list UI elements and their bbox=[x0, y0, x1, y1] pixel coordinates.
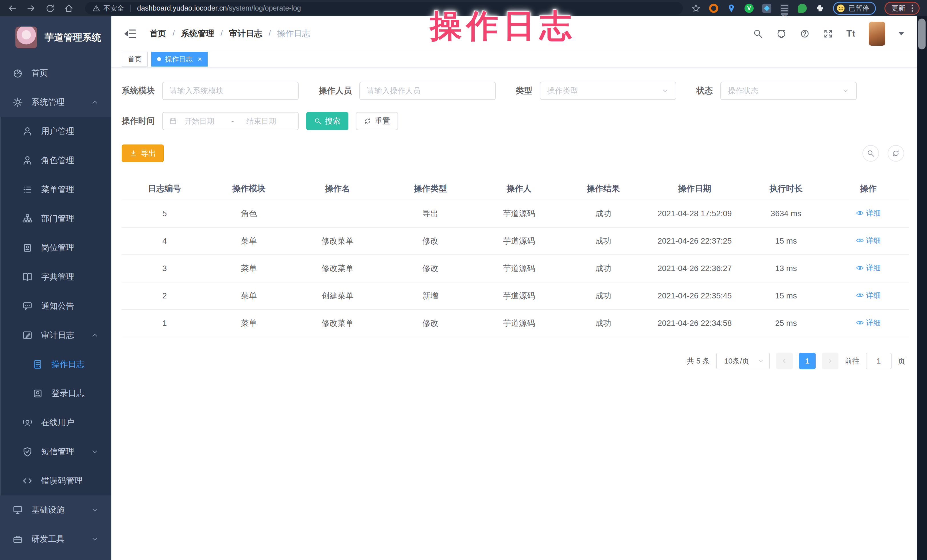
table-cell: 3634 ms bbox=[745, 200, 828, 227]
sidebar-item-label: 审计日志 bbox=[41, 329, 74, 341]
next-page-button[interactable] bbox=[822, 353, 839, 369]
table-row: 1菜单修改菜单修改芋道源码成功2021-04-26 22:34:5825 ms详… bbox=[122, 310, 909, 337]
extension-green-icon[interactable] bbox=[798, 4, 807, 13]
current-page-button[interactable]: 1 bbox=[799, 353, 816, 369]
prev-page-button[interactable] bbox=[776, 353, 793, 369]
extension-puzzle-icon[interactable] bbox=[815, 4, 824, 13]
help-icon[interactable] bbox=[799, 29, 810, 39]
sidebar-item-role[interactable]: 角色管理 bbox=[0, 146, 111, 175]
eye-icon bbox=[856, 209, 864, 217]
breadcrumb-system[interactable]: 系统管理 bbox=[181, 28, 214, 39]
page-size-select[interactable]: 10条/页 bbox=[716, 353, 770, 369]
bookmark-star-icon[interactable] bbox=[691, 4, 701, 13]
sidebar-item-user[interactable]: 用户管理 bbox=[0, 117, 111, 146]
detail-link[interactable]: 详细 bbox=[856, 208, 881, 218]
toggle-search-button[interactable] bbox=[862, 145, 879, 162]
user-avatar[interactable] bbox=[869, 22, 885, 46]
tag-close-icon[interactable]: × bbox=[198, 55, 202, 63]
type-placeholder: 操作类型 bbox=[547, 86, 578, 96]
extension-gem-icon[interactable] bbox=[762, 4, 771, 13]
extension-v-icon[interactable]: V bbox=[745, 4, 754, 13]
type-select[interactable]: 操作类型 bbox=[540, 82, 676, 100]
scrollbar-thumb[interactable] bbox=[918, 18, 925, 49]
chevron-down-icon bbox=[757, 358, 764, 364]
browser-toolbar: 不安全 dashboard.yudao.iocoder.cn /system/l… bbox=[0, 0, 927, 16]
sidebar-item-operate-log[interactable]: 操作日志 bbox=[0, 350, 111, 379]
sidebar-item-post[interactable]: 岗位管理 bbox=[0, 233, 111, 263]
detail-link[interactable]: 详细 bbox=[856, 263, 881, 273]
time-label: 操作时间 bbox=[122, 115, 155, 127]
profile-paused-button[interactable]: 已暂停 bbox=[833, 2, 876, 15]
page-size-value: 10条/页 bbox=[724, 356, 749, 366]
table-cell-actions: 详细 bbox=[827, 310, 909, 337]
sidebar-item-login-log[interactable]: 登录日志 bbox=[0, 379, 111, 408]
chevron-down-icon bbox=[842, 87, 849, 94]
sidebar-item-errcode[interactable]: 错误码管理 bbox=[0, 466, 111, 495]
sidebar-fold-icon[interactable] bbox=[124, 27, 137, 40]
sidebar-item-system[interactable]: 系统管理 bbox=[0, 88, 111, 117]
table-cell: 菜单 bbox=[208, 227, 290, 255]
search-button[interactable]: 搜索 bbox=[306, 112, 348, 130]
browser-menu-icon[interactable] bbox=[910, 3, 914, 13]
export-button-label: 导出 bbox=[140, 148, 156, 158]
browser-update-button[interactable]: 更新 bbox=[884, 2, 919, 15]
sidebar-item-devtool[interactable]: 研发工具 bbox=[0, 525, 111, 554]
sidebar-item-home[interactable]: 首页 bbox=[0, 59, 111, 88]
sidebar-item-label: 系统管理 bbox=[31, 97, 65, 108]
browser-back-icon[interactable] bbox=[8, 3, 17, 13]
detail-link[interactable]: 详细 bbox=[856, 290, 881, 300]
refresh-icon bbox=[364, 117, 371, 125]
breadcrumb-audit[interactable]: 审计日志 bbox=[229, 28, 262, 39]
org-icon bbox=[22, 214, 33, 224]
column-header: 操作日期 bbox=[644, 178, 745, 200]
table-cell: 修改 bbox=[384, 310, 476, 337]
address-divider bbox=[130, 5, 131, 12]
sidebar-item-notice[interactable]: 通知公告 bbox=[0, 291, 111, 321]
tag-operate-log[interactable]: 操作日志 × bbox=[151, 52, 208, 67]
address-bar[interactable]: 不安全 dashboard.yudao.iocoder.cn /system/l… bbox=[85, 2, 683, 15]
module-input[interactable] bbox=[162, 82, 299, 100]
sidebar-item-menu[interactable]: 菜单管理 bbox=[0, 175, 111, 204]
browser-reload-icon[interactable] bbox=[45, 3, 55, 13]
tag-home[interactable]: 首页 bbox=[122, 52, 148, 67]
sidebar-item-online-user[interactable]: 在线用户 bbox=[0, 408, 111, 437]
github-icon[interactable] bbox=[776, 29, 787, 39]
refresh-table-button[interactable] bbox=[887, 145, 904, 162]
fullscreen-icon[interactable] bbox=[823, 29, 833, 39]
operator-input[interactable] bbox=[359, 82, 496, 100]
extension-orange-icon[interactable] bbox=[709, 4, 718, 13]
search-icon[interactable] bbox=[753, 29, 763, 39]
chevron-left-icon bbox=[781, 358, 788, 364]
font-size-icon[interactable]: Tt bbox=[846, 28, 856, 39]
table-cell: 成功 bbox=[562, 200, 645, 227]
date-range-picker[interactable]: 开始日期 - 结束日期 bbox=[162, 112, 299, 130]
column-header: 日志编号 bbox=[122, 178, 208, 200]
column-header: 操作模块 bbox=[208, 178, 290, 200]
sidebar-item-sms[interactable]: 短信管理 bbox=[0, 437, 111, 466]
browser-home-icon[interactable] bbox=[64, 3, 74, 13]
status-select[interactable]: 操作状态 bbox=[720, 82, 857, 100]
sidebar-item-dict[interactable]: 字典管理 bbox=[0, 263, 111, 291]
app-logo[interactable]: 芋道管理系统 bbox=[0, 16, 111, 56]
goto-page-input[interactable] bbox=[866, 353, 892, 369]
date-separator: - bbox=[231, 117, 234, 126]
detail-link[interactable]: 详细 bbox=[856, 235, 881, 246]
login-log-icon bbox=[33, 389, 43, 399]
browser-forward-icon[interactable] bbox=[26, 3, 36, 13]
sidebar-item-dept[interactable]: 部门管理 bbox=[0, 204, 111, 233]
sidebar-item-infra[interactable]: 基础设施 bbox=[0, 495, 111, 525]
export-button[interactable]: 导出 bbox=[122, 144, 164, 162]
extension-pin-icon[interactable] bbox=[727, 4, 736, 13]
extension-server-icon[interactable]: on bbox=[780, 4, 789, 13]
avatar-caret-down-icon[interactable] bbox=[898, 32, 904, 35]
table-cell: 角色 bbox=[208, 200, 290, 227]
page-scrollbar[interactable] bbox=[917, 16, 927, 560]
reset-button[interactable]: 重置 bbox=[356, 112, 398, 130]
sidebar-item-audit[interactable]: 审计日志 bbox=[0, 321, 111, 350]
table-cell: 修改菜单 bbox=[290, 255, 384, 282]
sidebar-item-label: 登录日志 bbox=[52, 388, 85, 399]
table-cell: 芋道源码 bbox=[476, 227, 562, 255]
detail-link[interactable]: 详细 bbox=[856, 318, 881, 328]
breadcrumb-home[interactable]: 首页 bbox=[150, 28, 166, 39]
chevron-up-icon bbox=[91, 331, 99, 339]
